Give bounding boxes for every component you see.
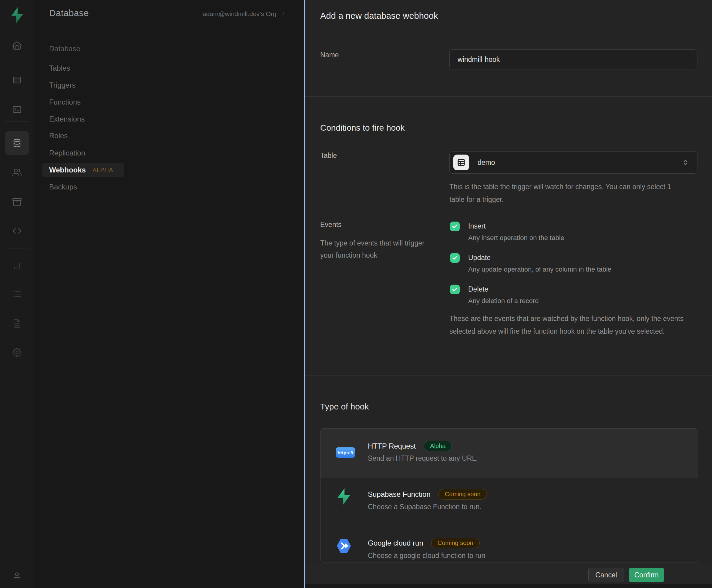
events-note: These are the events that are watched by…: [449, 312, 689, 338]
page-title: Database: [49, 8, 89, 18]
delete-checkbox[interactable]: [450, 285, 460, 294]
delete-desc: Any deletion of a record: [468, 297, 538, 305]
edge-functions-icon[interactable]: [13, 226, 22, 235]
webhook-drawer: Add a new database webhook Name Conditio…: [304, 0, 712, 588]
events-sublabel: The type of events that will trigger you…: [320, 237, 425, 261]
insert-checkbox[interactable]: [450, 222, 460, 231]
update-label: Update: [468, 254, 491, 262]
drawer-title: Add a new database webhook: [320, 11, 438, 21]
supabase-logo[interactable]: [10, 7, 24, 24]
sidebar-item-webhooks[interactable]: Webhooks ALPHA: [49, 166, 113, 174]
sidebar-item-tables[interactable]: Tables: [49, 64, 70, 72]
breadcrumb-separator: /: [283, 10, 284, 18]
sidebar-item-triggers[interactable]: Triggers: [49, 81, 76, 89]
webhooks-label: Webhooks: [49, 166, 86, 174]
update-desc: Any update operation, of any column in t…: [468, 266, 611, 273]
events-label: Events: [320, 220, 342, 229]
org-name: adam@windmill.dev's Org: [203, 10, 277, 18]
authentication-icon[interactable]: [13, 168, 22, 177]
chevron-up-down-icon: [682, 159, 689, 166]
icon-rail: [0, 0, 34, 588]
table-icon: [453, 154, 469, 170]
breadcrumb: adam@windmill.dev's Org /: [203, 10, 284, 18]
delete-label: Delete: [468, 285, 488, 293]
hook-option-title: Google cloud run: [368, 539, 423, 547]
coming-soon-pill: Coming soon: [431, 538, 480, 548]
rail-divider: [5, 63, 29, 63]
divider: [305, 375, 712, 376]
hook-option-http-request[interactable]: https:// HTTP Request Alpha Send an HTTP…: [321, 428, 698, 478]
supabase-logo-icon: [336, 488, 351, 505]
check-icon: [452, 224, 458, 229]
table-select[interactable]: demo: [449, 151, 697, 174]
sidebar-item-roles[interactable]: Roles: [49, 131, 68, 140]
cancel-button[interactable]: Cancel: [588, 568, 624, 582]
database-nav-active[interactable]: [5, 131, 29, 155]
https-badge-label: https://: [338, 450, 353, 455]
rail-divider: [5, 249, 29, 249]
confirm-button[interactable]: Confirm: [629, 568, 664, 582]
check-icon: [452, 287, 458, 293]
sidebar-item-functions[interactable]: Functions: [49, 98, 81, 106]
update-checkbox[interactable]: [450, 253, 460, 263]
check-icon: [452, 255, 458, 261]
docs-icon[interactable]: [13, 319, 22, 328]
hook-option-title: Supabase Function: [368, 490, 431, 499]
webhook-name-input[interactable]: [449, 49, 697, 69]
sql-editor-icon[interactable]: [13, 105, 22, 114]
https-badge-icon: https://: [336, 447, 355, 458]
database-sidebar: Database adam@windmill.dev's Org / Datab…: [34, 0, 304, 588]
hook-type-options: https:// HTTP Request Alpha Send an HTTP…: [320, 428, 698, 563]
settings-icon[interactable]: [13, 348, 22, 357]
home-icon[interactable]: [13, 41, 22, 50]
account-icon[interactable]: [13, 572, 22, 581]
google-cloud-icon: [335, 537, 353, 555]
sidebar-item-backups[interactable]: Backups: [49, 183, 77, 191]
hook-option-google-cloud-run[interactable]: Google cloud run Coming soon Choose a go…: [321, 526, 698, 563]
insert-label: Insert: [468, 222, 486, 230]
hook-option-title: HTTP Request: [368, 442, 416, 450]
reports-icon[interactable]: [13, 261, 22, 270]
storage-icon[interactable]: [13, 197, 22, 206]
alpha-badge: ALPHA: [93, 167, 113, 174]
sidebar-item-extensions[interactable]: Extensions: [49, 115, 85, 123]
hook-option-desc: Choose a google cloud function to run: [368, 552, 485, 560]
table-label: Table: [320, 151, 337, 160]
hook-option-desc: Choose a Supabase Function to run.: [368, 503, 482, 511]
coming-soon-pill: Coming soon: [439, 489, 487, 500]
alpha-pill: Alpha: [424, 441, 452, 451]
insert-desc: Any insert operation on the table: [468, 234, 564, 242]
table-select-value: demo: [477, 159, 673, 167]
name-label: Name: [320, 51, 339, 59]
sidebar-item-database[interactable]: Database: [49, 45, 80, 53]
table-help-text: This is the table the trigger will watch…: [449, 180, 683, 206]
table-editor-icon[interactable]: [13, 76, 22, 85]
sidebar-item-replication[interactable]: Replication: [49, 149, 85, 157]
rail-divider: [5, 121, 29, 122]
supabase-dashboard: Database adam@windmill.dev's Org / Datab…: [0, 0, 712, 588]
database-icon: [13, 139, 22, 148]
window-edge: [305, 584, 712, 588]
hook-option-supabase-function[interactable]: Supabase Function Coming soon Choose a S…: [321, 478, 698, 526]
logs-icon[interactable]: [13, 290, 22, 298]
conditions-heading: Conditions to fire hook: [320, 123, 405, 133]
hook-option-desc: Send an HTTP request to any URL.: [368, 454, 478, 463]
hook-type-heading: Type of hook: [320, 402, 369, 412]
